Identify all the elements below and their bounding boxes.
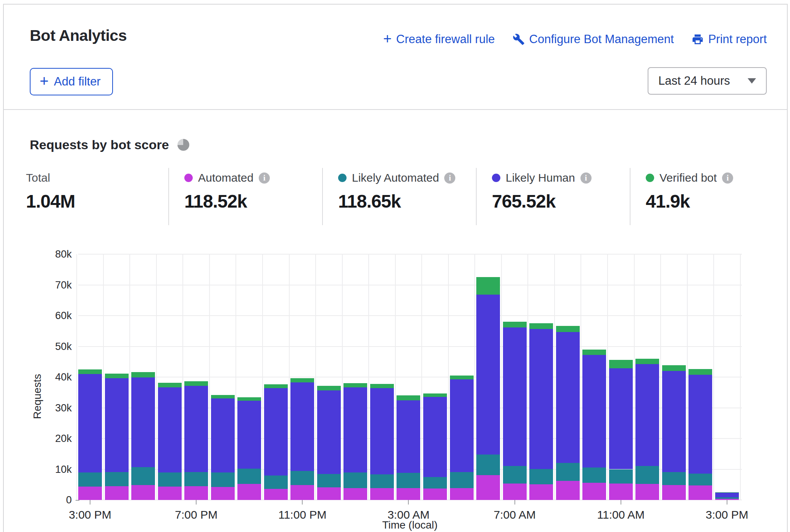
bar-group-10-100AM[interactable] bbox=[343, 383, 367, 500]
x-tick-label: 11:00 AM bbox=[597, 508, 645, 521]
gridline-x-11 bbox=[368, 254, 369, 500]
bar-segment-likely_human bbox=[662, 371, 686, 472]
bar-segment-verified_bot bbox=[290, 378, 314, 382]
bar-segment-likely_automated bbox=[662, 472, 686, 485]
bar-segment-likely_automated bbox=[158, 472, 182, 487]
bar-group-20-1100AM[interactable] bbox=[609, 360, 633, 500]
bar-segment-likely_automated bbox=[131, 467, 155, 485]
bar-segment-verified_bot bbox=[78, 369, 102, 374]
bar-segment-likely_human bbox=[105, 378, 129, 472]
gridline-x-25 bbox=[740, 254, 741, 500]
bar-segment-verified_bot bbox=[184, 381, 208, 385]
bar-segment-likely_automated bbox=[264, 476, 288, 489]
gridline-x-10 bbox=[342, 254, 343, 500]
gridline-y-60k bbox=[78, 315, 742, 316]
bar-segment-verified_bot bbox=[529, 323, 553, 329]
bar-segment-likely_automated bbox=[609, 469, 633, 484]
bar-segment-verified_bot bbox=[609, 360, 633, 368]
y-tick-label-30k: 30k bbox=[41, 402, 72, 414]
bar-group-4-700PM[interactable] bbox=[184, 381, 208, 500]
bar-group-21-1200PM[interactable] bbox=[635, 359, 659, 500]
bar-segment-verified_bot bbox=[715, 492, 739, 493]
y-tick-label-20k: 20k bbox=[41, 433, 72, 445]
bar-group-23-200PM[interactable] bbox=[688, 369, 712, 500]
bar-segment-likely_human bbox=[476, 295, 500, 455]
bar-segment-likely_human bbox=[609, 368, 633, 469]
bar-group-12-300AM[interactable] bbox=[397, 395, 420, 500]
bar-segment-automated bbox=[423, 488, 447, 500]
bar-segment-likely_automated bbox=[476, 455, 500, 475]
bar-segment-likely_automated bbox=[715, 497, 739, 499]
bar-segment-automated bbox=[105, 486, 129, 500]
y-tick-label-60k: 60k bbox=[41, 310, 72, 322]
x-tick-mark-1100AM bbox=[621, 500, 621, 505]
bar-group-9-1200AM[interactable] bbox=[317, 386, 341, 500]
bar-segment-verified_bot bbox=[237, 397, 261, 401]
bar-segment-automated bbox=[688, 485, 712, 500]
bar-segment-likely_human bbox=[450, 379, 474, 472]
bar-segment-verified_bot bbox=[662, 365, 686, 371]
bar-group-16-700AM[interactable] bbox=[503, 322, 527, 500]
gridline-x-14 bbox=[448, 254, 449, 500]
gridline-y-70k bbox=[78, 285, 742, 285]
bar-group-2-500PM[interactable] bbox=[131, 372, 155, 500]
bar-segment-automated bbox=[503, 484, 527, 500]
bar-segment-likely_human bbox=[556, 332, 580, 463]
x-tick-label: 3:00 AM bbox=[387, 508, 429, 521]
bar-segment-automated bbox=[609, 484, 633, 500]
bar-group-0-300PM[interactable] bbox=[78, 369, 102, 500]
bar-segment-verified_bot bbox=[317, 386, 341, 390]
x-tick-label: 3:00 PM bbox=[706, 508, 748, 521]
bot-analytics-page: Bot Analytics +Create firewall ruleConfi… bbox=[0, 0, 790, 532]
bar-segment-likely_automated bbox=[184, 472, 208, 486]
bar-segment-automated bbox=[556, 481, 580, 500]
bar-group-22-100PM[interactable] bbox=[662, 365, 686, 500]
bar-segment-likely_human bbox=[503, 327, 527, 466]
x-tick-label: 3:00 PM bbox=[69, 508, 111, 521]
bar-segment-likely_automated bbox=[237, 469, 261, 484]
bar-group-24-300PM[interactable] bbox=[715, 492, 739, 500]
x-tick-mark-300PM bbox=[727, 500, 727, 505]
bar-segment-automated bbox=[397, 488, 420, 500]
x-tick-mark-700PM bbox=[196, 500, 197, 505]
bar-segment-likely_automated bbox=[556, 463, 580, 481]
gridline-x-22 bbox=[660, 254, 661, 500]
bar-group-13-400AM[interactable] bbox=[423, 393, 447, 500]
bar-group-11-200AM[interactable] bbox=[370, 384, 394, 500]
bar-group-17-800AM[interactable] bbox=[529, 323, 553, 500]
bar-segment-automated bbox=[184, 486, 208, 500]
bar-group-18-900AM[interactable] bbox=[556, 326, 580, 500]
bar-segment-likely_automated bbox=[423, 477, 447, 488]
bar-segment-automated bbox=[635, 484, 659, 500]
x-tick-label: 11:00 PM bbox=[278, 508, 326, 521]
bar-group-1-400PM[interactable] bbox=[105, 374, 129, 500]
bar-group-7-1000PM[interactable] bbox=[264, 384, 288, 500]
bar-group-15-600AM[interactable] bbox=[476, 277, 500, 500]
bar-segment-automated bbox=[78, 487, 102, 500]
x-tick-label: 7:00 AM bbox=[494, 508, 536, 521]
bar-segment-likely_human bbox=[397, 400, 420, 473]
y-tick-label-80k: 80k bbox=[41, 248, 72, 260]
y-tick-label-0: 0 bbox=[41, 494, 72, 506]
bar-group-6-900PM[interactable] bbox=[237, 397, 261, 500]
bar-group-8-1100PM[interactable] bbox=[290, 378, 314, 500]
bar-segment-automated bbox=[582, 483, 606, 500]
gridline-x-12 bbox=[395, 254, 396, 500]
bar-segment-likely_human bbox=[211, 398, 235, 473]
bar-segment-verified_bot bbox=[503, 322, 527, 327]
bar-group-3-600PM[interactable] bbox=[158, 382, 182, 500]
bar-segment-likely_human bbox=[423, 397, 447, 477]
bar-segment-likely_human bbox=[582, 355, 606, 468]
bar-segment-verified_bot bbox=[423, 393, 447, 397]
bar-segment-likely_automated bbox=[78, 472, 102, 486]
bar-segment-likely_automated bbox=[635, 466, 659, 484]
gridline-x-5 bbox=[209, 254, 210, 500]
x-tick-mark-300PM bbox=[90, 500, 90, 505]
gridline-x-7 bbox=[262, 254, 263, 500]
bar-segment-likely_human bbox=[370, 388, 394, 474]
bar-group-5-800PM[interactable] bbox=[211, 395, 235, 500]
bar-segment-automated bbox=[290, 485, 314, 500]
bar-segment-verified_bot bbox=[450, 376, 474, 379]
bar-group-14-500AM[interactable] bbox=[450, 376, 474, 500]
bar-group-19-1000AM[interactable] bbox=[582, 350, 606, 500]
